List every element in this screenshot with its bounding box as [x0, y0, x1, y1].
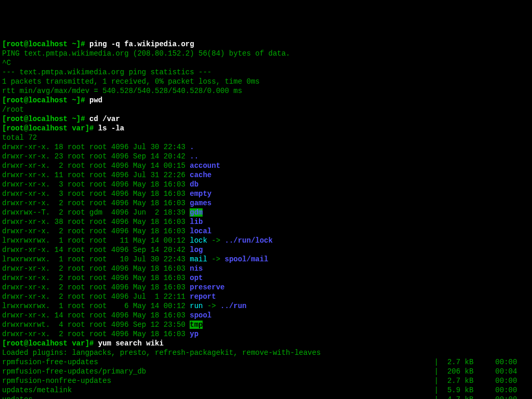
terminal-line: rtt min/avg/max/mdev = 540.528/540.528/5… [2, 86, 530, 96]
ls-name: gdm [190, 208, 203, 217]
ls-name: account [190, 162, 220, 170]
ls-meta: drwxr-xr-x. 38 root root 4096 May 18 16:… [2, 218, 190, 226]
download-name: updates/metalink [2, 386, 434, 394]
terminal-line: Loaded plugins: langpacks, presto, refre… [2, 348, 530, 357]
download-row: rpmfusion-free-updates | 2.7 kB 00:00 [2, 357, 530, 367]
terminal-line: PING text.pmtpa.wikimedia.org (208.80.15… [2, 49, 530, 58]
ls-name: . [190, 143, 194, 151]
ls-row: drwxr-xr-x. 3 root root 4096 May 18 16:0… [2, 189, 530, 198]
ls-name: spool [190, 311, 211, 320]
terminal-line: [root@localhost ~]# pwd [2, 96, 530, 105]
ls-meta: lrwxrwxrwx. 1 root root 6 May 14 00:12 [2, 302, 190, 310]
ls-name: cache [190, 171, 211, 179]
shell-prompt: [root@localhost var]# [2, 124, 98, 132]
ls-meta: drwxr-xr-x. 18 root root 4096 Jul 30 22:… [2, 143, 190, 151]
ls-name: lock [190, 236, 207, 245]
ping-stats-header: --- text.pmtpa.wikimedia.org ping statis… [2, 68, 211, 76]
ls-row: drwxr-xr-x. 14 root root 4096 May 18 16:… [2, 311, 530, 320]
ls-row: drwxrwx--T. 2 root gdm 4096 Jun 2 18:39 … [2, 208, 530, 217]
ls-name: local [190, 227, 211, 235]
ls-arrow: -> [207, 255, 225, 263]
shell-prompt: [root@localhost ~]# [2, 115, 89, 123]
ping-stats: 1 packets transmitted, 1 received, 0% pa… [2, 77, 260, 86]
ls-row: drwxr-xr-x. 18 root root 4096 Jul 30 22:… [2, 142, 530, 152]
ls-meta: lrwxrwxrwx. 1 root root 11 May 14 00:12 [2, 236, 190, 245]
ls-name: db [190, 180, 198, 189]
ls-meta: drwxr-xr-x. 2 root root 4096 May 18 16:0… [2, 264, 190, 273]
ls-meta: drwxr-xr-x. 2 root root 4096 May 18 16:0… [2, 227, 190, 235]
ls-row: drwxr-xr-x. 14 root root 4096 Sep 14 20:… [2, 245, 530, 255]
command-ping[interactable]: ping -q fa.wikipedia.org [89, 40, 194, 48]
ls-meta: drwxr-xr-x. 14 root root 4096 Sep 14 20:… [2, 246, 190, 254]
ls-name: report [190, 292, 216, 301]
terminal-line: [root@localhost var]# yum search wiki [2, 339, 530, 348]
ls-row: drwxr-xr-x. 2 root root 4096 May 18 16:0… [2, 329, 530, 339]
download-row: rpmfusion-nonfree-updates | 2.7 kB 00:00 [2, 376, 530, 385]
command-cd[interactable]: cd /var [89, 115, 120, 123]
ls-row: drwxrwxrwt. 4 root root 4096 Sep 12 23:5… [2, 320, 530, 329]
ls-meta: drwxr-xr-x. 2 root root 4096 May 18 16:0… [2, 199, 190, 207]
terminal-line: [root@localhost var]# ls -la [2, 124, 530, 133]
command-ls[interactable]: ls -la [98, 124, 124, 132]
ls-row: drwxr-xr-x. 38 root root 4096 May 18 16:… [2, 217, 530, 227]
terminal-line: ^C [2, 58, 530, 68]
download-stats: | 206 kB 00:04 [434, 367, 517, 376]
ls-meta: drwxr-xr-x. 11 root root 4096 Jul 31 22:… [2, 171, 190, 179]
ls-link-target: ../run/lock [224, 236, 272, 245]
ls-meta: drwxr-xr-x. 14 root root 4096 May 18 16:… [2, 311, 190, 320]
terminal-line: [root@localhost ~]# cd /var [2, 114, 530, 124]
download-name: rpmfusion-free-updates [2, 358, 434, 366]
shell-prompt: [root@localhost ~]# [2, 40, 89, 48]
terminal-line: 1 packets transmitted, 1 received, 0% pa… [2, 77, 530, 86]
ls-link-target: spool/mail [224, 255, 268, 263]
ls-total: total 72 [2, 134, 37, 142]
ls-meta: drwxr-xr-x. 3 root root 4096 May 18 16:0… [2, 190, 190, 198]
ls-row: drwxr-xr-x. 2 root root 4096 Jul 1 22:11… [2, 292, 530, 301]
command-yum[interactable]: yum search wiki [98, 339, 164, 348]
ls-meta: drwxr-xr-x. 2 root root 4096 May 18 16:0… [2, 274, 190, 282]
command-pwd[interactable]: pwd [89, 96, 102, 104]
ls-link-target: ../run [220, 302, 246, 310]
ls-row: drwxr-xr-x. 2 root root 4096 May 18 16:0… [2, 283, 530, 292]
download-stats: | 4.7 kB 00:00 [434, 395, 517, 399]
ls-row: drwxr-xr-x. 23 root root 4096 Sep 14 20:… [2, 152, 530, 161]
ls-meta: drwxr-xr-x. 2 root root 4096 May 18 16:0… [2, 283, 190, 291]
ls-meta: drwxr-xr-x. 2 root root 4096 May 18 16:0… [2, 330, 190, 338]
ls-row: drwxr-xr-x. 3 root root 4096 May 18 16:0… [2, 180, 530, 189]
ls-name: log [190, 246, 203, 254]
terminal-line: /root [2, 105, 530, 114]
ls-meta: drwxr-xr-x. 2 root root 4096 May 14 00:1… [2, 162, 190, 170]
ls-row: drwxr-xr-x. 2 root root 4096 May 18 16:0… [2, 264, 530, 273]
download-stats: | 2.7 kB 00:00 [434, 377, 517, 385]
terminal-line: [root@localhost ~]# ping -q fa.wikipedia… [2, 39, 530, 49]
ls-row: drwxr-xr-x. 11 root root 4096 Jul 31 22:… [2, 170, 530, 180]
ls-name: mail [190, 255, 207, 263]
ping-interrupt: ^C [2, 59, 11, 67]
download-name: rpmfusion-nonfree-updates [2, 377, 434, 385]
ls-row: lrwxrwxrwx. 1 root root 6 May 14 00:12 r… [2, 301, 530, 311]
download-name: rpmfusion-free-updates/primary_db [2, 367, 434, 376]
ls-row: drwxr-xr-x. 2 root root 4096 May 18 16:0… [2, 198, 530, 208]
ls-meta: drwxrwxrwt. 4 root root 4096 Sep 12 23:5… [2, 321, 190, 329]
ls-name: games [190, 199, 211, 207]
ls-name: .. [190, 152, 198, 161]
ls-name: opt [190, 274, 203, 282]
ls-name: lib [190, 218, 203, 226]
ping-stats: rtt min/avg/max/mdev = 540.528/540.528/5… [2, 87, 242, 95]
ls-name: tmp [190, 321, 203, 329]
ls-meta: drwxrwx--T. 2 root gdm 4096 Jun 2 18:39 [2, 208, 190, 217]
ls-meta: lrwxrwxrwx. 1 root root 10 Jul 30 22:43 [2, 255, 190, 263]
download-stats: | 5.9 kB 00:00 [434, 386, 517, 394]
ls-row: drwxr-xr-x. 2 root root 4096 May 18 16:0… [2, 273, 530, 283]
terminal-line: total 72 [2, 133, 530, 142]
ls-meta: drwxr-xr-x. 3 root root 4096 May 18 16:0… [2, 180, 190, 189]
ping-output: PING text.pmtpa.wikimedia.org (208.80.15… [2, 49, 290, 58]
ls-name: run [190, 302, 203, 310]
ls-row: drwxr-xr-x. 2 root root 4096 May 18 16:0… [2, 227, 530, 236]
ls-row: lrwxrwxrwx. 1 root root 10 Jul 30 22:43 … [2, 255, 530, 264]
ls-row: drwxr-xr-x. 2 root root 4096 May 14 00:1… [2, 161, 530, 170]
ls-arrow: -> [203, 302, 220, 310]
ls-name: nis [190, 264, 203, 273]
shell-prompt: [root@localhost var]# [2, 339, 98, 348]
terminal[interactable]: [root@localhost ~]# ping -q fa.wikipedia… [2, 39, 530, 399]
